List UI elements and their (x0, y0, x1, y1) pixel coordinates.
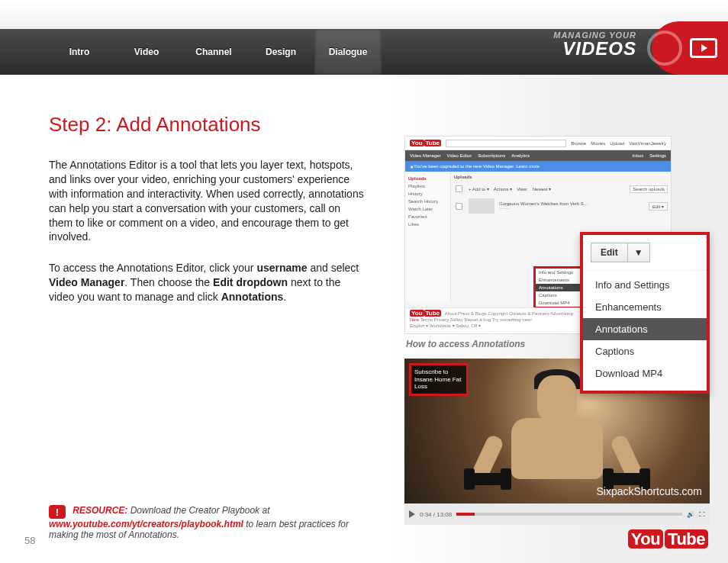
page-number: 58 (24, 535, 35, 546)
nav-settings[interactable]: Settings (649, 153, 666, 158)
youtube-logo: YouTube (627, 529, 708, 549)
progress-bar[interactable] (456, 513, 682, 516)
sidebar-favorites[interactable]: Favorites (408, 213, 447, 220)
tab-channel[interactable]: Channel (180, 29, 247, 75)
uploads-heading: Uploads (454, 175, 668, 179)
upgrade-banner: ★ You've been upgraded to the new Video … (405, 161, 671, 172)
edit-button[interactable]: Edit ▼ (591, 243, 650, 262)
nav-analytics[interactable]: Analytics (511, 153, 530, 158)
illustration-column: YouTube Browse Movies Upload VastVimanJe… (389, 75, 728, 563)
fullscreen-icon[interactable]: ⛶ (699, 511, 705, 518)
row-checkbox[interactable] (456, 202, 462, 209)
sidebar-likes[interactable]: Likes (408, 220, 447, 228)
menu-captions[interactable]: Captions (583, 340, 707, 362)
sidebar-history[interactable]: History (408, 190, 447, 198)
annotation-overlay[interactable]: Subscribe to Insane Home Fat Loss (409, 363, 469, 396)
video-thumbnail[interactable] (469, 198, 494, 214)
sidebar-uploads[interactable]: Uploads (408, 175, 447, 182)
header-badge (652, 21, 728, 75)
tab-design[interactable]: Design (247, 29, 314, 75)
menu-download-mp4[interactable]: Download MP4 (583, 362, 707, 384)
sidebar: Uploads Playlists History Search History… (405, 172, 451, 301)
actions-button[interactable]: Actions ▾ (494, 186, 512, 191)
volume-icon[interactable]: 🔊 (687, 511, 694, 518)
paragraph-1: The Annotations Editor is a tool that le… (49, 158, 366, 244)
search-input[interactable] (446, 140, 566, 147)
nav-video-editor[interactable]: Video Editor (447, 153, 472, 158)
edit-dropdown-popout: Edit ▼ Info and Settings Enhancements An… (580, 232, 710, 394)
menu-info-settings[interactable]: Info and Settings (583, 274, 707, 296)
top-link-browse[interactable]: Browse (571, 141, 586, 146)
nav-video-manager[interactable]: Video Manager (410, 153, 441, 158)
nav-subscriptions[interactable]: Subscriptions (478, 153, 505, 158)
paragraph-2: To access the Annotations Editor, click … (49, 261, 366, 304)
resource-callout: ! RESOURCE: Download the Creator Playboo… (49, 505, 369, 541)
menu-annotations[interactable]: Annotations (583, 318, 707, 340)
play-icon (690, 38, 717, 58)
top-link-movies[interactable]: Movies (591, 141, 605, 146)
content-column: Step 2: Add Annotations The Annotations … (0, 75, 389, 563)
play-icon[interactable] (409, 510, 415, 518)
alert-icon: ! (49, 505, 66, 519)
header-main-title: VIDEOS (553, 38, 636, 60)
page-header: Intro Video Channel Design Dialogue MANA… (0, 0, 728, 75)
page-heading: Step 2: Add Annotations (49, 113, 366, 137)
screenshot-caption: How to access Annotations (406, 339, 525, 349)
add-to-button[interactable]: + Add to ▾ (469, 186, 489, 191)
menu-enhancements[interactable]: Enhancements (583, 296, 707, 318)
resource-label: RESOURCE: (72, 505, 127, 516)
header-title: MANAGING YOUR VIDEOS (553, 31, 636, 60)
video-watermark: SixpackShortcuts.com (597, 485, 703, 497)
search-uploads-input[interactable]: Search uploads (630, 185, 668, 193)
top-link-upload[interactable]: Upload (610, 141, 624, 146)
view-label: View: (517, 187, 528, 191)
sidebar-search-history[interactable]: Search History (408, 198, 447, 205)
account-name[interactable]: VastVimanJewelry (629, 141, 666, 146)
sidebar-playlists[interactable]: Playlists (408, 182, 447, 190)
sidebar-watch-later[interactable]: Watch Later (408, 205, 447, 213)
edit-button-label: Edit (591, 243, 627, 262)
tab-dialogue[interactable]: Dialogue (314, 29, 382, 75)
resource-url[interactable]: www.youtube.com/yt/creators/playbook.htm… (49, 519, 243, 529)
youtube-logo-icon: YouTube (410, 140, 441, 146)
mini-dropdown-highlight: Info and Settings Enhancements Annotatio… (533, 266, 587, 309)
tab-video[interactable]: Video (113, 29, 180, 75)
chevron-down-icon: ▼ (627, 243, 649, 262)
nav-inbox[interactable]: Inbox (633, 153, 644, 158)
edit-dropdown-button[interactable]: Edit ▾ (649, 202, 668, 211)
sort-newest[interactable]: Newest ▾ (533, 186, 552, 191)
player-controls: 0:34 / 13:08 🔊 ⛶ (404, 503, 710, 525)
time-display: 0:34 / 13:08 (420, 511, 452, 518)
select-all-checkbox[interactable] (456, 185, 462, 192)
edit-menu: Info and Settings Enhancements Annotatio… (583, 270, 707, 391)
tab-intro[interactable]: Intro (46, 29, 113, 75)
